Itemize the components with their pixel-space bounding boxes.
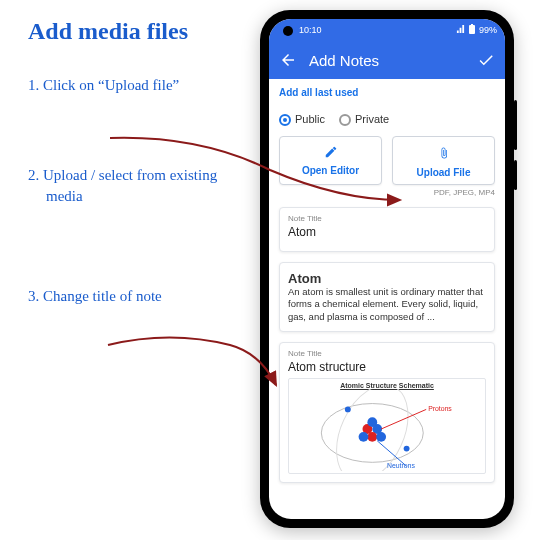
radio-private[interactable]: Private	[339, 113, 389, 126]
radio-icon	[279, 114, 291, 126]
neutrons-label: Neutrons	[387, 462, 415, 469]
content-area: Add all last used Public Private Open Ed…	[269, 79, 505, 519]
svg-point-3	[322, 389, 422, 471]
back-icon[interactable]	[279, 51, 297, 69]
phone-side-button	[514, 160, 517, 190]
tutorial-step-1: 1. Click on “Upload file”	[28, 75, 254, 95]
protons-label: Protons	[428, 405, 452, 412]
note-card-2[interactable]: Note Title Atom structure Atomic Structu…	[279, 342, 495, 483]
tutorial-step-3: 3. Change title of note	[28, 286, 254, 306]
pencil-icon	[324, 145, 338, 161]
app-bar: Add Notes	[269, 41, 505, 79]
svg-line-12	[381, 409, 426, 429]
diagram-title: Atomic Structure Schematic	[289, 379, 485, 389]
radio-icon	[339, 114, 351, 126]
battery-icon	[468, 24, 476, 36]
svg-point-7	[359, 432, 369, 442]
note-title-label: Note Title	[288, 349, 486, 358]
tutorial-heading: Add media files	[28, 18, 254, 45]
svg-point-8	[376, 432, 386, 442]
svg-point-10	[345, 407, 351, 413]
status-battery: 99%	[479, 25, 497, 35]
confirm-icon[interactable]	[477, 51, 495, 69]
tutorial-step-2: 2. Upload / select from existing media	[28, 165, 254, 206]
open-editor-button[interactable]: Open Editor	[279, 136, 382, 185]
svg-point-6	[367, 432, 377, 442]
upload-hint: PDF, JPEG, MP4	[279, 188, 495, 197]
tutorial-panel: Add media files 1. Click on “Upload file…	[0, 0, 260, 376]
note-title-value[interactable]: Atom	[288, 223, 486, 243]
upload-file-label: Upload File	[417, 167, 471, 178]
phone-frame: 10:10 99% Add Notes Add all last used	[260, 10, 514, 528]
note-description-card[interactable]: Atom An atom is smallest unit is ordinar…	[279, 262, 495, 332]
note-desc-title: Atom	[288, 271, 486, 286]
note-title-label: Note Title	[288, 214, 486, 223]
svg-point-9	[367, 417, 377, 427]
note-desc-body: An atom is smallest unit is ordinary mat…	[288, 286, 486, 323]
phone-camera-hole	[283, 26, 293, 36]
note-card-1[interactable]: Note Title Atom	[279, 207, 495, 252]
attachment-icon	[438, 145, 450, 163]
svg-point-11	[404, 446, 410, 452]
note-title-value[interactable]: Atom structure	[288, 358, 486, 378]
add-all-last-used-link[interactable]: Add all last used	[279, 85, 495, 105]
svg-rect-1	[471, 24, 473, 25]
status-bar: 10:10 99%	[269, 19, 505, 41]
status-time: 10:10	[299, 25, 322, 35]
radio-public[interactable]: Public	[279, 113, 325, 126]
phone-side-button	[514, 100, 517, 150]
page-title: Add Notes	[309, 52, 465, 69]
visibility-radio-group: Public Private	[279, 105, 495, 136]
atom-diagram: Atomic Structure Schematic Protons Neutr…	[288, 378, 486, 474]
open-editor-label: Open Editor	[302, 165, 359, 176]
phone-screen: 10:10 99% Add Notes Add all last used	[269, 19, 505, 519]
signal-icon	[456, 25, 465, 36]
upload-file-button[interactable]: Upload File	[392, 136, 495, 185]
svg-rect-0	[469, 25, 475, 34]
